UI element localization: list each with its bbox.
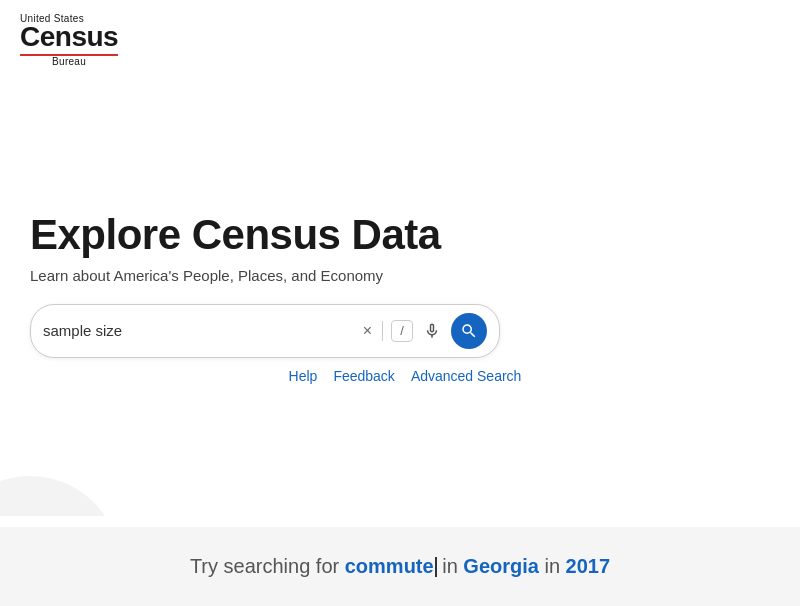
main-content: Explore Census Data Learn about America'…	[0, 211, 800, 384]
search-icon	[460, 322, 478, 340]
search-input[interactable]	[43, 322, 357, 339]
feedback-link[interactable]: Feedback	[333, 368, 394, 384]
header: United States Census Bureau	[0, 0, 800, 81]
logo-bureau: Bureau	[20, 57, 118, 67]
suggestion-year-link[interactable]: 2017	[566, 555, 611, 577]
suggestion-georgia-link[interactable]: Georgia	[463, 555, 539, 577]
suggestion-bar: Try searching for commute in Georgia in …	[0, 527, 800, 606]
logo[interactable]: United States Census Bureau	[20, 14, 780, 67]
logo-text: United States Census Bureau	[20, 14, 118, 67]
help-link[interactable]: Help	[289, 368, 318, 384]
logo-census: Census	[20, 24, 118, 51]
hero-subtitle: Learn about America's People, Places, an…	[30, 267, 383, 284]
decorative-shape	[0, 436, 120, 516]
search-slash-button[interactable]: /	[391, 320, 413, 342]
suggestion-in2: in	[539, 555, 566, 577]
suggestion-text: Try searching for commute in Georgia in …	[30, 555, 770, 578]
advanced-search-link[interactable]: Advanced Search	[411, 368, 522, 384]
search-submit-button[interactable]	[451, 313, 487, 349]
search-bar: × /	[30, 304, 500, 358]
deco-circle	[0, 476, 120, 516]
search-mic-button[interactable]	[417, 322, 447, 340]
search-links: Help Feedback Advanced Search	[165, 368, 635, 384]
suggestion-in1: in	[437, 555, 464, 577]
search-divider	[382, 321, 383, 341]
suggestion-prefix: Try searching for	[190, 555, 345, 577]
search-clear-button[interactable]: ×	[357, 322, 378, 340]
suggestion-commute-link[interactable]: commute	[345, 555, 434, 577]
mic-icon	[423, 322, 441, 340]
hero-title: Explore Census Data	[30, 211, 441, 259]
